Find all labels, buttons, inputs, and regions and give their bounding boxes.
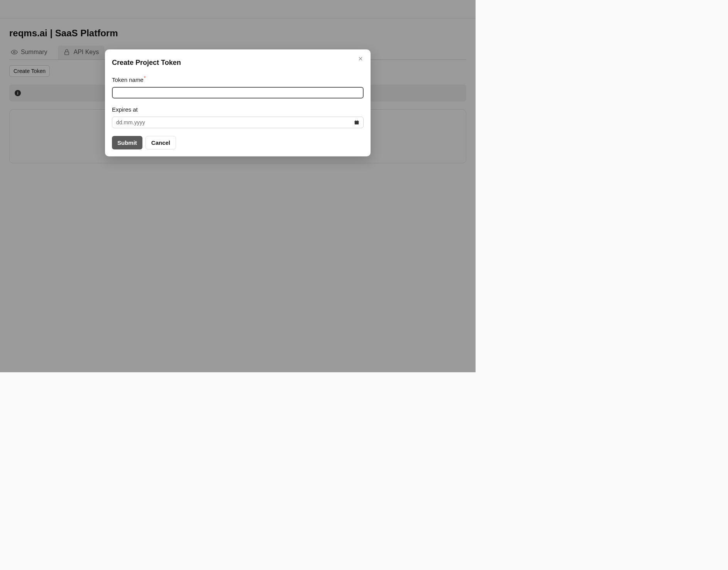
- close-icon: [357, 56, 364, 63]
- required-indicator: *: [144, 75, 146, 81]
- token-name-label: Token name*: [112, 75, 364, 83]
- create-token-modal: Create Project Token Token name* Expires…: [105, 49, 371, 156]
- date-placeholder: dd.mm.yyyy: [116, 119, 145, 126]
- expires-at-group: Expires at dd.mm.yyyy: [112, 106, 364, 128]
- calendar-icon: [354, 120, 359, 125]
- modal-title: Create Project Token: [112, 59, 364, 67]
- svg-rect-3: [355, 121, 359, 122]
- expires-at-label: Expires at: [112, 106, 364, 113]
- token-name-input[interactable]: [112, 87, 364, 98]
- cancel-button[interactable]: Cancel: [146, 136, 176, 149]
- token-name-group: Token name*: [112, 75, 364, 98]
- submit-button[interactable]: Submit: [112, 136, 142, 149]
- modal-actions: Submit Cancel: [112, 136, 364, 149]
- close-button[interactable]: [356, 55, 365, 64]
- expires-at-input[interactable]: dd.mm.yyyy: [112, 117, 364, 128]
- modal-overlay[interactable]: Create Project Token Token name* Expires…: [0, 0, 476, 372]
